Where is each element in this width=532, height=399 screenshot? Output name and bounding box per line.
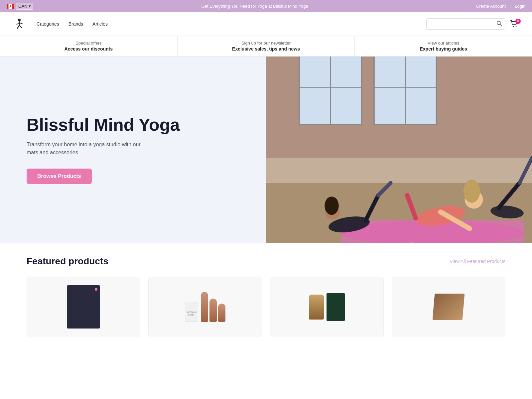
info-item-offers: Special offers Access our discounts (0, 36, 178, 56)
main-nav: Categories Brands Articles (37, 21, 108, 27)
spice-bottle (309, 295, 324, 320)
info-item-newsletter: Sign up for our newsletter Exclusive sal… (178, 36, 355, 56)
bottle-tall (201, 292, 208, 322)
bottle-short (218, 304, 225, 322)
info-newsletter-title: Exclusive sales, tips and news (184, 46, 348, 52)
featured-title: Featured products (27, 256, 108, 267)
hero-content: Blissful Mind Yoga Transform your home i… (0, 57, 266, 243)
product-image (270, 277, 383, 337)
info-offers-label: Special offers (7, 41, 171, 46)
product-card[interactable] (27, 277, 140, 337)
svg-line-7 (19, 23, 23, 24)
svg-point-4 (18, 19, 21, 21)
svg-line-9 (19, 25, 22, 28)
site-header: Categories Brands Articles 0 (0, 12, 532, 36)
product-image: ARCANABottle (149, 277, 262, 337)
svg-rect-2 (12, 4, 14, 9)
svg-point-12 (513, 26, 514, 27)
bottle-med (209, 299, 217, 322)
product-img-block (433, 294, 465, 320)
featured-header: Featured products View All Featured Prod… (27, 256, 505, 267)
top-bar: CAN ▾ Get Everything You Need for Yoga a… (0, 0, 532, 12)
svg-point-29 (464, 180, 480, 203)
svg-text:ARCANA: ARCANA (187, 311, 197, 313)
svg-line-11 (500, 24, 501, 26)
login-link[interactable]: Login (515, 4, 525, 9)
create-account-link[interactable]: Create Account (476, 4, 506, 9)
spice-box (327, 293, 345, 321)
hero-subtitle: Transform your home into a yoga studio w… (27, 141, 153, 157)
bottle-group (201, 292, 225, 322)
info-articles-label: View our articles (361, 41, 525, 46)
hero-image (266, 57, 532, 243)
chevron-down-icon: ▾ (29, 4, 31, 9)
product-card[interactable]: ARCANABottle (148, 277, 262, 337)
info-offers-title: Access our discounts (7, 46, 171, 52)
products-grid: ARCANABottle (27, 277, 505, 337)
view-all-link[interactable]: View All Featured Products (450, 259, 505, 264)
info-newsletter-label: Sign up for our newsletter (184, 41, 348, 46)
featured-products-section: Featured products View All Featured Prod… (0, 243, 532, 344)
account-links: Create Account | Login (476, 4, 525, 9)
site-logo[interactable] (13, 18, 27, 30)
hero-section: Blissful Mind Yoga Transform your home i… (0, 57, 532, 243)
cart-badge: 0 (515, 19, 521, 24)
svg-rect-1 (7, 4, 9, 9)
browse-products-button[interactable]: Browse Products (27, 169, 92, 184)
header-right: 0 (426, 18, 519, 30)
product-image (27, 277, 140, 337)
hero-title: Blissful Mind Yoga (27, 115, 239, 134)
nav-categories[interactable]: Categories (37, 21, 59, 27)
divider: | (510, 4, 511, 9)
svg-text:Bottle: Bottle (188, 314, 194, 316)
yoga-scene-svg (266, 57, 532, 243)
canada-flag-icon (7, 4, 14, 9)
logo-icon (13, 18, 25, 30)
country-code: CAN (18, 4, 27, 9)
search-bar[interactable] (426, 18, 505, 30)
search-button[interactable] (493, 19, 505, 29)
svg-point-34 (325, 197, 339, 215)
bottle-box: ARCANABottle (185, 302, 198, 322)
promo-banner: Get Everything You Need for Yoga at Blis… (33, 4, 476, 9)
product-img-spice (309, 293, 345, 321)
country-dropdown[interactable]: CAN ▾ (16, 3, 33, 10)
country-selector-area[interactable]: CAN ▾ (7, 3, 33, 10)
nav-brands[interactable]: Brands (68, 21, 83, 27)
svg-line-8 (17, 25, 19, 29)
nav-articles[interactable]: Articles (92, 21, 108, 27)
product-img-bottles: ARCANABottle (185, 292, 225, 322)
info-articles-title: Expert buying guides (361, 46, 525, 52)
info-item-articles: View our articles Expert buying guides (355, 36, 532, 56)
product-image (392, 277, 505, 337)
info-bar: Special offers Access our discounts Sign… (0, 36, 532, 57)
product-card[interactable] (392, 277, 505, 337)
product-card[interactable] (270, 277, 384, 337)
cart-button[interactable]: 0 (510, 20, 519, 28)
product-img-mat (67, 285, 100, 329)
svg-point-13 (516, 26, 517, 27)
search-icon (496, 21, 502, 26)
search-input[interactable] (427, 19, 493, 29)
